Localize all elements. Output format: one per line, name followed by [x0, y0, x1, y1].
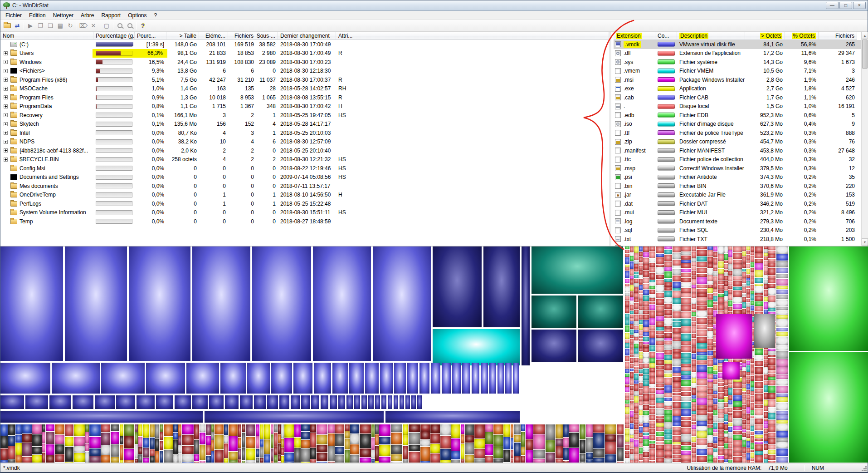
treemap-tile[interactable]	[754, 314, 775, 348]
extension-row[interactable]: .edbFichier EDB952,3 Mo0,6%5	[614, 111, 861, 120]
treemap-tile[interactable]	[505, 363, 512, 394]
table-row[interactable]: NDPS0,0%38,2 Ko10462018-08-30 12:57:09	[0, 138, 609, 147]
resize-grip[interactable]	[861, 466, 867, 471]
treemap-tile[interactable]	[411, 395, 416, 409]
treemap-tile[interactable]	[489, 363, 496, 394]
treemap-tile[interactable]	[388, 395, 392, 409]
treemap[interactable]	[0, 246, 868, 462]
command-prompt-icon[interactable]: ▤	[55, 21, 65, 30]
column-header-1[interactable]: Co...	[655, 32, 677, 40]
extension-row[interactable]: .isoFichier d'image disque627,3 Mo0,4%9	[614, 120, 861, 129]
expand-plus-icon[interactable]	[4, 51, 8, 55]
refresh-all-icon[interactable]: ⇄	[12, 21, 22, 30]
treemap-tile[interactable]	[186, 363, 219, 394]
treemap-tile[interactable]	[0, 363, 50, 394]
extension-row[interactable]: .exeApplication2,7 Go1,8%4 527	[614, 84, 861, 94]
treemap-tile[interactable]	[373, 246, 431, 361]
extension-row[interactable]: .logDocument texte279,3 Mo0,2%706	[614, 217, 861, 226]
treemap-tile[interactable]	[321, 395, 328, 409]
table-row[interactable]: <Fichiers>9,3%13,8 Go6602018-08-30 12:18…	[0, 67, 609, 76]
treemap-tile[interactable]	[349, 363, 364, 394]
treemap-tile[interactable]	[116, 395, 135, 409]
treemap-mosaic-side[interactable]	[776, 246, 788, 463]
treemap-tile[interactable]	[365, 363, 379, 394]
treemap-tile[interactable]	[129, 246, 190, 361]
expand-plus-icon[interactable]	[4, 95, 8, 99]
treemap-tile[interactable]	[73, 395, 93, 409]
treemap-tile[interactable]	[407, 363, 418, 394]
treemap-tile[interactable]	[209, 395, 224, 409]
treemap-tile[interactable]	[225, 395, 239, 409]
expand-plus-icon[interactable]	[4, 131, 8, 135]
treemap-tile[interactable]	[291, 395, 300, 409]
table-row[interactable]: {4bb8218c-aebf-4113-882f...0,0%2,0 Ko220…	[0, 146, 609, 155]
resume-icon[interactable]: ▶	[25, 21, 35, 30]
expand-plus-icon[interactable]	[4, 148, 8, 153]
table-row[interactable]: System Volume Information0,0%00002018-08…	[0, 208, 609, 217]
table-row[interactable]: Config.Msi0,0%00002018-08-22 12:19:46HS	[0, 164, 609, 173]
treemap-tile[interactable]	[192, 395, 208, 409]
expand-plus-icon[interactable]	[4, 78, 8, 82]
menu-item-rapport[interactable]: Rapport	[98, 11, 124, 20]
treemap-tile[interactable]	[513, 363, 519, 394]
table-row[interactable]: (C:)[1:39 s]148,0 Go208 101169 51938 582…	[0, 40, 609, 49]
table-row[interactable]: Intel0,0%80,7 Ko4312018-05-25 20:10:03	[0, 128, 609, 138]
treemap-tile[interactable]	[417, 395, 422, 409]
scroll-up-arrow[interactable]: ▲	[862, 32, 868, 39]
treemap-tile[interactable]	[205, 411, 384, 423]
treemap-tile[interactable]	[472, 363, 479, 394]
table-row[interactable]: Documents and Settings0,0%00002009-07-14…	[0, 173, 609, 182]
extension-row[interactable]: .zipDossier compressé454,7 Mo0,3%76	[614, 138, 861, 147]
extension-row[interactable]: .dllExtension de l'application17,2 Go11,…	[614, 49, 861, 58]
open-icon[interactable]	[2, 21, 12, 30]
extension-row[interactable]: .ttfFichier de police TrueType523,2 Mo0,…	[614, 128, 861, 138]
treemap-tile[interactable]	[532, 296, 576, 328]
treemap-tile[interactable]	[361, 395, 367, 409]
table-row[interactable]: OneDriveTemp0,0%01012018-08-10 14:56:50H	[0, 191, 609, 200]
maximize-button[interactable]: □	[839, 2, 852, 9]
treemap-tile[interactable]	[532, 246, 623, 294]
column-header-0[interactable]: Extension	[614, 32, 655, 40]
extension-row[interactable]: .Disque local1,5 Go1,0%16 191	[614, 102, 861, 111]
treemap-tile[interactable]	[380, 363, 393, 394]
extension-row[interactable]: .datFichier DAT346,2 Mo0,2%519	[614, 199, 861, 208]
extension-row[interactable]: .vmdkVMware virtual disk file84,1 Go56,8…	[614, 40, 861, 49]
treemap-tile[interactable]	[497, 363, 504, 394]
column-header-5[interactable]: Fichiers	[228, 32, 256, 40]
treemap-tile[interactable]	[175, 395, 191, 409]
refresh-selected-icon[interactable]: ↻	[65, 21, 75, 30]
table-row[interactable]: Program Files (x86)5,1%7,5 Go42 24731 21…	[0, 75, 609, 84]
treemap-tile[interactable]	[385, 411, 520, 423]
expand-plus-icon[interactable]	[4, 69, 8, 73]
menu-item-options[interactable]: Options	[124, 11, 150, 20]
table-row[interactable]: Skytech0,1%135,6 Mo15615242018-05-28 14:…	[0, 120, 609, 129]
treemap-tile[interactable]	[578, 330, 623, 362]
treemap-tile[interactable]	[381, 395, 386, 409]
delete-to-bin-icon[interactable]: ⌦	[78, 21, 88, 30]
extension-row[interactable]: .jsFichier de script JScript217,4 Mo0,1%…	[614, 244, 861, 246]
column-header-2[interactable]: Description	[677, 32, 745, 40]
treemap-tile[interactable]	[375, 395, 380, 409]
treemap-tile[interactable]	[0, 395, 24, 409]
menu-item-fichier[interactable]: Fichier	[2, 11, 25, 20]
zoom-in-icon[interactable]	[115, 21, 125, 30]
extension-row[interactable]: .manifestFichier MANIFEST453,8 Mo0,3%27 …	[614, 146, 861, 155]
extension-row[interactable]: .binFichier BIN370,6 Mo0,2%220	[614, 182, 861, 191]
treemap-tile[interactable]	[52, 363, 100, 394]
treemap-tile[interactable]	[452, 363, 461, 394]
delete-icon[interactable]: ✕	[88, 21, 98, 30]
treemap-tile[interactable]	[95, 395, 115, 409]
copy-icon[interactable]: ❐	[35, 21, 45, 30]
treemap-tile[interactable]	[247, 363, 270, 394]
treemap-tile[interactable]	[311, 395, 319, 409]
column-header-4[interactable]: Eléme...	[199, 32, 228, 40]
table-row[interactable]: Temp0,0%00002018-08-27 18:48:59	[0, 217, 609, 226]
treemap-tile[interactable]	[65, 246, 127, 361]
treemap-mosaic-carpet[interactable]	[0, 424, 624, 463]
extension-row[interactable]: .sysFichier système14,3 Go9,6%1 673	[614, 58, 861, 67]
treemap-tile[interactable]	[419, 363, 429, 394]
extension-row[interactable]: .vmemFichier VMEM10,5 Go7,1%3	[614, 67, 861, 76]
table-row[interactable]: $RECYCLE.BIN0,0%258 octets4222018-08-30 …	[0, 155, 609, 164]
treemap-tile[interactable]	[254, 395, 266, 409]
treemap-tile[interactable]	[313, 246, 371, 361]
